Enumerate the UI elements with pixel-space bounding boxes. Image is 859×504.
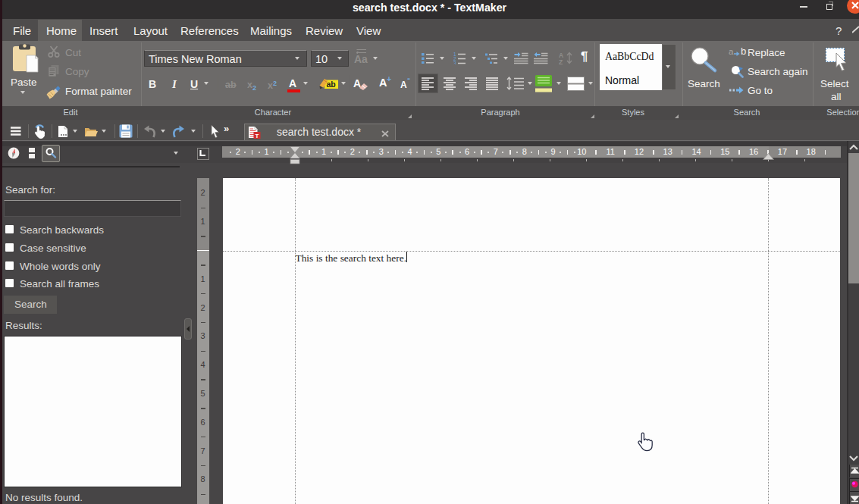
svg-text:T: T (256, 133, 259, 139)
svg-text:Z: Z (559, 58, 563, 64)
svg-text:3: 3 (453, 61, 456, 64)
svg-text:ab: ab (327, 80, 336, 89)
